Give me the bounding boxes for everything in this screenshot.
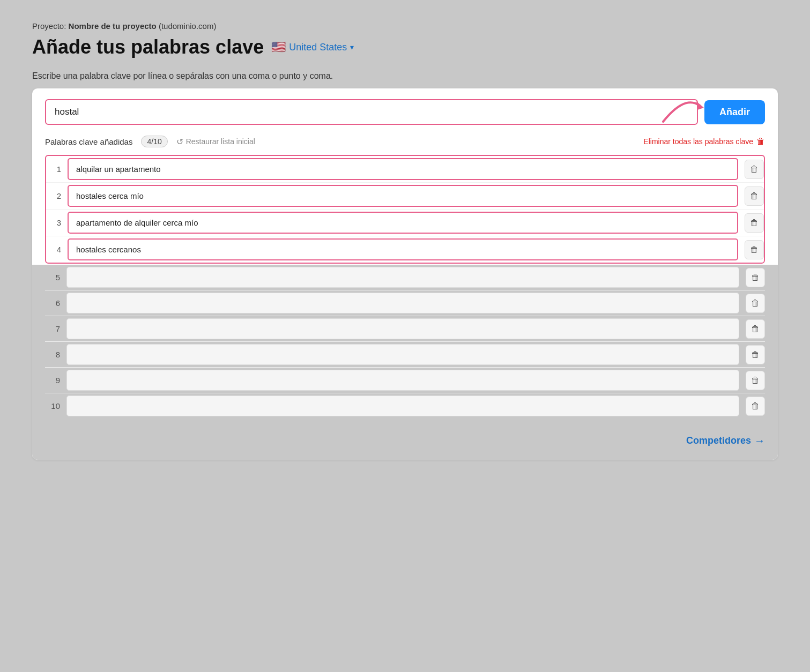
footer-row: Competidores → — [45, 424, 765, 447]
keyword-input[interactable] — [45, 99, 698, 125]
row-number: 6 — [45, 298, 60, 308]
row-number: 7 — [45, 324, 60, 333]
restore-icon: ↺ — [176, 137, 183, 147]
keyword-row: 4 🗑 — [46, 236, 764, 263]
country-selector[interactable]: 🇺🇸 United States ▾ — [271, 40, 354, 54]
keyword-field-10[interactable] — [66, 395, 739, 416]
keyword-field-5[interactable] — [66, 267, 739, 288]
keyword-row: 9 🗑 — [45, 367, 765, 393]
delete-keyword-button-4[interactable]: 🗑 — [745, 240, 764, 259]
row-number: 3 — [46, 218, 61, 227]
delete-keyword-button-10[interactable]: 🗑 — [746, 397, 765, 416]
keyword-row: 2 🗑 — [46, 182, 764, 209]
keyword-row: 5 🗑 — [45, 265, 765, 290]
page-title: Añade tus palabras clave — [32, 36, 264, 58]
delete-keyword-button-5[interactable]: 🗑 — [746, 268, 765, 287]
competitors-label: Competidores — [686, 435, 751, 446]
keyword-row: 10 🗑 — [45, 393, 765, 419]
add-button[interactable]: Añadir — [704, 100, 765, 124]
delete-keyword-button-2[interactable]: 🗑 — [745, 186, 764, 206]
delete-keyword-button-6[interactable]: 🗑 — [746, 294, 765, 313]
keyword-field-9[interactable] — [66, 370, 739, 391]
keyword-field-2[interactable] — [68, 185, 738, 207]
row-number: 1 — [46, 165, 61, 174]
chevron-down-icon: ▾ — [350, 43, 354, 51]
flag-icon: 🇺🇸 — [271, 40, 286, 54]
main-card: Añadir Palabras clave añadidas 4/10 ↺ Re… — [32, 88, 778, 460]
keyword-field-3[interactable] — [68, 212, 738, 234]
row-number: 5 — [45, 273, 60, 282]
delete-keyword-button-1[interactable]: 🗑 — [745, 160, 764, 179]
keywords-label: Palabras clave añadidas — [45, 137, 132, 146]
highlighted-keyword-group: 1 🗑 2 🗑 3 🗑 4 🗑 — [45, 155, 765, 264]
keyword-row: 6 🗑 — [45, 290, 765, 316]
keyword-row: 3 🗑 — [46, 209, 764, 236]
empty-keywords-list: 5 🗑 6 🗑 7 🗑 8 🗑 9 🗑 — [45, 265, 765, 419]
row-number: 9 — [45, 376, 60, 385]
gray-section: 5 🗑 6 🗑 7 🗑 8 🗑 9 🗑 — [32, 265, 778, 460]
keyword-field-8[interactable] — [66, 344, 739, 365]
row-number: 10 — [45, 401, 60, 410]
project-name: Nombre de tu proyecto — [69, 21, 157, 31]
delete-keyword-button-8[interactable]: 🗑 — [746, 345, 765, 364]
trash-icon: 🗑 — [756, 137, 765, 146]
keyword-field-1[interactable] — [68, 158, 738, 180]
keywords-count-badge: 4/10 — [141, 136, 167, 147]
instruction-text: Escribe una palabra clave por línea o se… — [32, 71, 778, 81]
project-label: Proyecto: Nombre de tu proyecto (tudomin… — [32, 21, 778, 31]
keyword-field-7[interactable] — [66, 318, 739, 339]
keywords-header: Palabras clave añadidas 4/10 ↺ Restaurar… — [45, 136, 765, 147]
keyword-field-4[interactable] — [68, 238, 738, 260]
keyword-row: 1 🗑 — [46, 156, 764, 182]
competitors-button[interactable]: Competidores → — [686, 435, 765, 447]
keyword-row: 7 🗑 — [45, 316, 765, 341]
row-number: 8 — [45, 350, 60, 359]
keyword-row: 8 🗑 — [45, 341, 765, 367]
delete-all-button[interactable]: Eliminar todas las palabras clave 🗑 — [643, 137, 765, 146]
restore-button[interactable]: ↺ Restaurar lista inicial — [176, 137, 255, 147]
delete-keyword-button-3[interactable]: 🗑 — [745, 213, 764, 233]
delete-keyword-button-7[interactable]: 🗑 — [746, 319, 765, 339]
row-number: 2 — [46, 191, 61, 200]
country-name: United States — [289, 42, 347, 53]
row-number: 4 — [46, 245, 61, 254]
keyword-field-6[interactable] — [66, 293, 739, 313]
keyword-input-row: Añadir — [45, 99, 765, 125]
arrow-right-icon: → — [754, 435, 765, 447]
delete-keyword-button-9[interactable]: 🗑 — [746, 371, 765, 390]
